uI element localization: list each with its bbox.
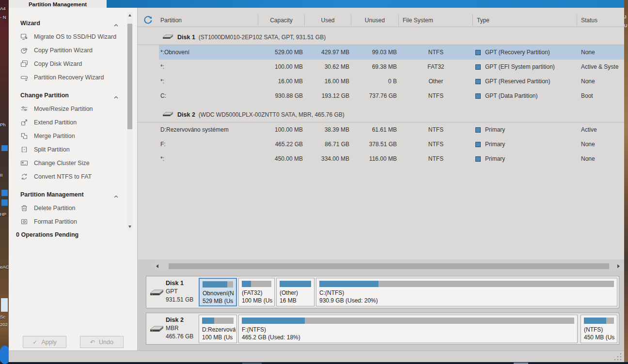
horizontal-scrollbar-thumb[interactable] <box>169 263 609 269</box>
cell-used: 334.00 MB <box>305 155 351 162</box>
sidebar-scrollbar[interactable] <box>127 12 133 230</box>
table-row[interactable]: D:Rezervováno systémem 100.00 MB 38.39 M… <box>159 122 624 137</box>
usage-bar-fill <box>242 281 251 287</box>
partition-block-obnoveni[interactable]: Obnovení(N 529 MB (Us <box>199 278 237 306</box>
partition-block-ntfs[interactable]: (NTFS) 450 MB (Us <box>581 315 617 343</box>
sidebar-item-split-partition[interactable]: Split Partition <box>20 143 123 156</box>
cell-file-system: NTFS <box>399 92 473 99</box>
sidebar-item-copy-disk[interactable]: Copy Disk Wizard <box>20 57 123 71</box>
partition-type-icon <box>475 142 481 147</box>
table-row[interactable]: *: 100.00 MB 30.62 MB 69.38 MB FAT32 GPT… <box>159 60 624 74</box>
partition-table-panel: Partition Capacity Used Unused File Syst… <box>137 8 624 350</box>
sidebar-item-partition-recovery[interactable]: Partition Recovery Wizard <box>20 71 123 84</box>
disk-1-group-header[interactable]: Disk 1 (ST1000DM010-2EP102 SATA, GPT, 93… <box>138 30 624 45</box>
column-header-status[interactable]: Status <box>577 15 624 26</box>
operations-pending-status: 0 Operations Pending <box>16 231 78 238</box>
partition-block-other[interactable]: (Other) 16 MB <box>276 278 314 306</box>
scroll-up-icon[interactable] <box>128 14 131 16</box>
sidebar-item-extend-partition[interactable]: Extend Partition <box>20 116 123 129</box>
hdd-icon <box>149 288 164 299</box>
chevron-up-icon <box>114 21 118 28</box>
block-size: 465.2 GB (Used: 18%) <box>242 334 576 341</box>
section-header-wizard[interactable]: Wizard <box>20 16 123 30</box>
partition-type-icon <box>475 79 481 84</box>
disk-1-section: Disk 1 (ST1000DM010-2EP102 SATA, GPT, 93… <box>138 30 624 103</box>
table-row[interactable]: F: 465.22 GB 86.71 GB 378.51 GB NTFS Pri… <box>159 137 624 152</box>
horizontal-scrollbar[interactable] <box>155 263 621 270</box>
cell-capacity: 100.00 MB <box>258 63 305 70</box>
column-header-used[interactable]: Used <box>305 15 351 26</box>
cell-used: 16.00 MB <box>305 78 351 85</box>
sidebar-item-migrate-os[interactable]: Migrate OS to SSD/HD Wizard <box>20 30 123 44</box>
tab-partition-management[interactable]: Partition Management <box>9 0 107 8</box>
desktop-icon-label: eAC <box>0 264 9 270</box>
column-header-unused[interactable]: Unused <box>351 15 399 26</box>
sidebar-item-label: Convert NTFS to FAT <box>34 173 92 180</box>
column-header-file-system[interactable]: File System <box>399 15 473 26</box>
scroll-right-icon[interactable] <box>617 264 620 268</box>
apply-button[interactable]: ✓ Apply <box>23 336 66 348</box>
sidebar-item-copy-partition[interactable]: Copy Partition Wizard <box>20 44 123 57</box>
undo-button[interactable]: ↶ Undo <box>80 336 124 348</box>
sidebar-item-convert-ntfs-fat[interactable]: Convert NTFS to FAT <box>20 170 123 183</box>
partition-block-fat32[interactable]: (FAT32) 100 MB (Us <box>238 278 275 306</box>
sidebar-action-list: Wizard Migrate OS to SSD/HD Wizard Copy … <box>20 16 123 233</box>
sidebar-scrollbar-thumb[interactable] <box>127 24 132 129</box>
disk-info: (WDC WD5000LPLX-00ZNTT0 SATA, MBR, 465.7… <box>199 111 345 118</box>
usage-bar-fill <box>203 281 227 288</box>
sidebar-item-label: Change Cluster Size <box>34 160 90 167</box>
section-header-change-partition[interactable]: Change Partition <box>20 89 123 102</box>
hdd-icon <box>149 324 164 335</box>
sidebar-item-change-cluster-size[interactable]: Change Cluster Size <box>20 156 123 170</box>
column-header-type[interactable]: Type <box>473 15 577 26</box>
partition-block-d-reserved[interactable]: D:Rezervová 100 MB (Us <box>199 315 237 343</box>
cell-status: None <box>577 49 624 56</box>
desktop-icon-label: HP <box>0 212 9 217</box>
table-row[interactable]: C: 930.88 GB 193.12 GB 737.76 GB NTFS GP… <box>159 89 624 103</box>
block-size: 529 MB (Us <box>203 298 235 304</box>
cell-capacity: 16.00 MB <box>258 78 305 85</box>
cell-capacity: 529.00 MB <box>258 49 305 56</box>
cell-capacity: 450.00 MB <box>258 155 305 162</box>
usage-bar <box>584 318 614 324</box>
desktop-icon-fragment <box>1 199 8 206</box>
table-row[interactable]: *: 450.00 MB 334.00 MB 116.00 MB NTFS Pr… <box>159 152 624 166</box>
column-header-partition[interactable]: Partition <box>159 15 258 26</box>
disk-2-map-info: Disk 2 MBR 465.76 GB <box>146 313 198 344</box>
resize-grip[interactable] <box>614 353 621 360</box>
section-title: Wizard <box>20 20 40 27</box>
cell-file-system: NTFS <box>399 49 473 56</box>
sidebar-item-delete-partition[interactable]: Delete Partition <box>20 201 123 215</box>
desktop-icon-label: U <box>624 23 628 28</box>
cell-status: None <box>577 78 624 85</box>
disk-2-group-header[interactable]: Disk 2 (WDC WD5000LPLX-00ZNTT0 SATA, MBR… <box>138 107 624 122</box>
scroll-left-icon[interactable] <box>156 264 158 268</box>
window-status-bar <box>9 350 624 362</box>
cell-file-system: NTFS <box>399 155 473 162</box>
hdd-icon <box>161 33 174 42</box>
usage-bar <box>202 318 234 324</box>
cell-partition: F: <box>159 141 258 148</box>
desktop-left-strip: A4 - N Ph II HP eAC Sc 202 <box>0 0 9 364</box>
scroll-down-icon[interactable] <box>128 226 131 228</box>
cell-type: GPT (EFI System partition) <box>485 63 555 70</box>
cell-type: Primary <box>485 126 505 133</box>
block-size: 16 MB <box>280 297 313 304</box>
cell-partition: *:Obnovení <box>159 49 258 56</box>
undo-button-label: Undo <box>99 339 113 346</box>
cell-file-system: Other <box>399 78 473 85</box>
sidebar-item-move-resize[interactable]: Move/Resize Partition <box>20 102 123 116</box>
desktop-icon-label: II <box>0 172 9 178</box>
sidebar-item-merge-partition[interactable]: Merge Partition <box>20 129 123 143</box>
cell-type: Primary <box>485 141 505 148</box>
column-header-capacity[interactable]: Capacity <box>258 15 305 26</box>
section-title: Change Partition <box>20 92 69 99</box>
block-size: 100 MB (Us <box>242 297 273 304</box>
table-row[interactable]: *: 16.00 MB 16.00 MB 0 B Other GPT (Rese… <box>159 74 624 89</box>
usage-bar <box>242 318 574 324</box>
partition-block-c-ntfs[interactable]: C:(NTFS) 930.9 GB (Used: 20%) <box>316 278 617 306</box>
partition-block-f-ntfs[interactable]: F:(NTFS) 465.2 GB (Used: 18%) <box>238 315 578 343</box>
sidebar-item-format-partition[interactable]: Format Partition <box>20 215 123 228</box>
table-row[interactable]: *:Obnovení 529.00 MB 429.97 MB 99.03 MB … <box>159 45 624 60</box>
section-header-partition-management[interactable]: Partition Management <box>20 188 123 201</box>
